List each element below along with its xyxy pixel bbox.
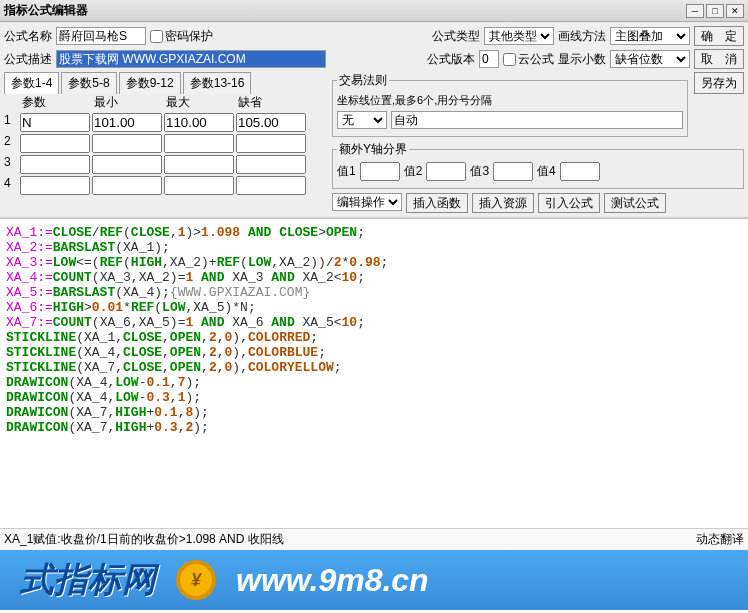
- rule-hint: 坐标线位置,最多6个,用分号分隔: [337, 93, 492, 108]
- banner-text-2: www.9m8.cn: [236, 562, 429, 599]
- yaxis-v1[interactable]: [360, 162, 400, 181]
- param-hdr: 最小: [92, 94, 162, 111]
- tab-params-5-8[interactable]: 参数5-8: [61, 72, 116, 94]
- rule-input[interactable]: [391, 111, 683, 129]
- yaxis-legend: 额外Y轴分界: [337, 141, 409, 158]
- yaxis-v4[interactable]: [560, 162, 600, 181]
- cloud-checkbox[interactable]: 云公式: [503, 51, 554, 68]
- param-grid: 参数 最小 最大 缺省 1 2 3 4: [4, 94, 314, 195]
- type-label: 公式类型: [432, 28, 480, 45]
- param-min-1[interactable]: [92, 113, 162, 132]
- coin-icon: ¥: [176, 560, 216, 600]
- titlebar: 指标公式编辑器 ─ □ ✕: [0, 0, 748, 22]
- edit-select[interactable]: 编辑操作: [332, 193, 402, 211]
- param-hdr: 缺省: [236, 94, 306, 111]
- insert-res-button[interactable]: 插入资源: [472, 193, 534, 213]
- rule-legend: 交易法则: [337, 72, 389, 89]
- param-hdr: 最大: [164, 94, 234, 111]
- name-input[interactable]: [56, 27, 146, 45]
- test-button[interactable]: 测试公式: [604, 193, 666, 213]
- param-name-3[interactable]: [20, 155, 90, 174]
- draw-select[interactable]: 主图叠加: [610, 27, 690, 45]
- param-name-4[interactable]: [20, 176, 90, 195]
- status-left: XA_1赋值:收盘价/1日前的收盘价>1.098 AND 收阳线: [4, 531, 696, 548]
- tab-params-13-16[interactable]: 参数13-16: [183, 72, 252, 94]
- type-select[interactable]: 其他类型: [484, 27, 554, 45]
- banner: 式指标网 ¥ www.9m8.cn: [0, 550, 748, 610]
- ok-button[interactable]: 确 定: [694, 26, 744, 46]
- dec-select[interactable]: 缺省位数: [610, 50, 690, 68]
- minimize-icon[interactable]: ─: [686, 4, 704, 18]
- param-name-2[interactable]: [20, 134, 90, 153]
- status-right: 动态翻译: [696, 531, 744, 548]
- banner-text-1: 式指标网: [20, 557, 156, 603]
- cancel-button[interactable]: 取 消: [694, 49, 744, 69]
- name-label: 公式名称: [4, 28, 52, 45]
- yaxis-v3[interactable]: [493, 162, 533, 181]
- code-editor[interactable]: XA_1:=CLOSE/REF(CLOSE,1)>1.098 AND CLOSE…: [0, 218, 748, 528]
- pwd-checkbox[interactable]: 密码保护: [150, 28, 213, 45]
- tab-params-9-12[interactable]: 参数9-12: [119, 72, 181, 94]
- import-button[interactable]: 引入公式: [538, 193, 600, 213]
- param-def-1[interactable]: [236, 113, 306, 132]
- saveas-button[interactable]: 另存为: [694, 72, 744, 94]
- desc-label: 公式描述: [4, 51, 52, 68]
- draw-label: 画线方法: [558, 28, 606, 45]
- insert-fn-button[interactable]: 插入函数: [406, 193, 468, 213]
- close-icon[interactable]: ✕: [726, 4, 744, 18]
- rule-select[interactable]: 无: [337, 111, 387, 129]
- param-name-1[interactable]: [20, 113, 90, 132]
- status-bar: XA_1赋值:收盘价/1日前的收盘价>1.098 AND 收阳线 动态翻译: [0, 528, 748, 550]
- param-hdr: 参数: [20, 94, 90, 111]
- param-max-1[interactable]: [164, 113, 234, 132]
- desc-input[interactable]: [56, 50, 326, 68]
- dec-label: 显示小数: [558, 51, 606, 68]
- maximize-icon[interactable]: □: [706, 4, 724, 18]
- ver-label: 公式版本: [427, 51, 475, 68]
- yaxis-v2[interactable]: [426, 162, 466, 181]
- ver-input[interactable]: [479, 50, 499, 68]
- tab-params-1-4[interactable]: 参数1-4: [4, 72, 59, 94]
- window-title: 指标公式编辑器: [4, 2, 684, 19]
- param-tabs: 参数1-4 参数5-8 参数9-12 参数13-16: [4, 72, 314, 94]
- top-form: 公式名称 密码保护 公式类型 其他类型 画线方法 主图叠加 确 定 公式描述 公…: [0, 22, 748, 218]
